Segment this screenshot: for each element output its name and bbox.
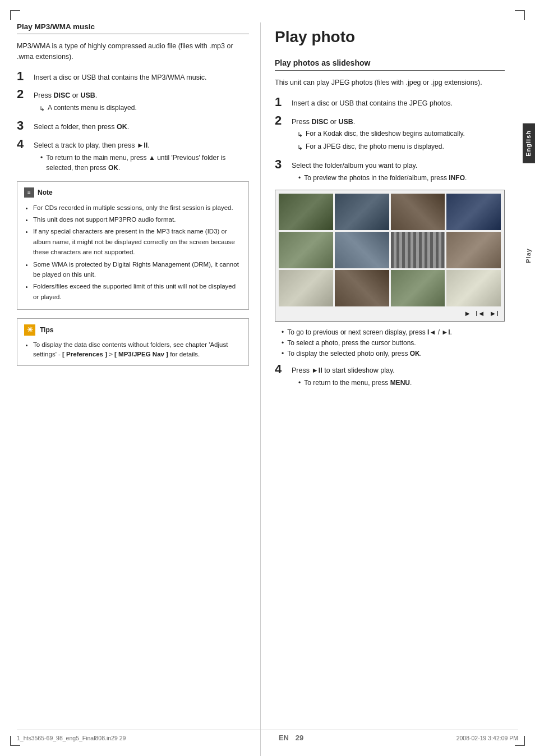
step-3-num: 3 — [17, 120, 29, 132]
right-section-subtitle: Play photos as slideshow — [275, 58, 505, 71]
step-1-content: Insert a disc or USB that contains the M… — [34, 70, 206, 83]
note-item-1: For CDs recorded in multiple sessions, o… — [33, 203, 242, 213]
right-step-3-content: Select the folder/album you want to play… — [292, 158, 467, 183]
footer-page-info: EN 29 — [279, 734, 303, 742]
right-step-4-content: Press ►II to start slideshow play. • To … — [292, 363, 412, 388]
right-step-3-bullet: To preview the photos in the folder/albu… — [304, 173, 467, 183]
bullet-dot-s4: • — [298, 378, 301, 388]
tips-star-icon: ✳ — [24, 324, 35, 336]
right-step-4: 4 Press ►II to start slideshow play. • T… — [275, 363, 505, 388]
note-list: For CDs recorded in multiple sessions, o… — [24, 203, 242, 303]
right-step-3-num: 3 — [275, 158, 287, 171]
right-step-1: 1 Insert a disc or USB that contains the… — [275, 96, 505, 109]
note-icon: ≡ — [24, 187, 34, 198]
photo-cell-5 — [279, 232, 333, 268]
prev-ctrl: I◄ — [476, 309, 485, 318]
photo-controls: ► I◄ ►I — [279, 309, 501, 318]
step-3-content: Select a folder, then press OK. — [34, 120, 129, 132]
page: English Play Play MP3/WMA music MP3/WMA … — [0, 0, 535, 756]
after-grid-item-2: To select a photo, press the cursor butt… — [287, 339, 416, 347]
after-grid-items: • To go to previous or next screen displ… — [275, 328, 505, 358]
step-4: 4 Select a track to play, then press ►II… — [17, 138, 249, 173]
footer-file-info: 1_hts3565-69_98_eng5_Final808.in29 29 — [17, 735, 126, 741]
page-footer: 1_hts3565-69_98_eng5_Final808.in29 29 EN… — [17, 730, 518, 742]
footer-date-info: 2008-02-19 3:42:09 PM — [456, 735, 518, 741]
right-intro: This unit can play JPEG photos (files wi… — [275, 77, 505, 88]
corner-mark-tl — [10, 10, 20, 20]
photo-cell-bar — [391, 232, 445, 268]
corner-mark-tr — [515, 10, 525, 20]
right-step-3: 3 Select the folder/album you want to pl… — [275, 158, 505, 183]
right-step-4-bullet: To return to the menu, press MENU. — [304, 378, 412, 388]
step-2-sub: A contents menu is displayed. — [48, 103, 137, 114]
play-ctrl: ► — [464, 309, 471, 318]
note-item-3: If any special characters are present in… — [33, 226, 242, 257]
photo-cell-3 — [391, 194, 445, 230]
step-4-content: Select a track to play, then press ►II. … — [34, 138, 249, 173]
tips-box: ✳ Tips To display the data disc contents… — [17, 318, 249, 366]
step-3: 3 Select a folder, then press OK. — [17, 120, 249, 132]
arrow-bullet-2b: ↳ — [297, 143, 303, 153]
photo-cell-9 — [279, 270, 333, 306]
tips-label: Tips — [40, 325, 53, 336]
arrow-bullet: ↳ — [39, 104, 45, 114]
photo-grid — [279, 194, 501, 306]
photo-grid-container: ► I◄ ►I — [275, 190, 505, 322]
tips-header: ✳ Tips — [24, 324, 242, 336]
right-step-2-num: 2 — [275, 114, 287, 127]
right-step-2-sub1: For a Kodak disc, the slideshow begins a… — [306, 129, 465, 140]
right-column: Play photo Play photos as slideshow This… — [261, 22, 505, 756]
photo-cell-2 — [335, 194, 389, 230]
note-item-5: Folders/files exceed the supported limit… — [33, 281, 242, 302]
bullet-dot-r3: • — [298, 173, 301, 183]
step-1-num: 1 — [17, 70, 29, 83]
after-grid-item-1: To go to previous or next screen display… — [287, 328, 452, 336]
step-2-content: Press DISC or USB. ↳ A contents menu is … — [34, 88, 137, 114]
left-column: Play MP3/WMA music MP3/WMA is a type of … — [17, 22, 261, 756]
note-item-4: Some WMA is protected by Digital Rights … — [33, 259, 242, 280]
footer-page-num: 29 — [296, 734, 303, 742]
note-box: ≡ Note For CDs recorded in multiple sess… — [17, 181, 249, 310]
note-item-2: This unit does not support MP3PRO audio … — [33, 214, 242, 224]
photo-cell-12 — [446, 270, 501, 306]
bullet-dot-ag2: • — [282, 339, 284, 347]
step-2-num: 2 — [17, 88, 29, 100]
bullet-dot-ag1: • — [282, 328, 284, 336]
photo-cell-4 — [446, 194, 501, 230]
footer-en-label: EN — [279, 734, 289, 742]
photo-cell-8 — [446, 232, 501, 268]
next-ctrl: ►I — [490, 309, 499, 318]
note-header: ≡ Note — [24, 187, 242, 198]
english-tab: English — [523, 123, 535, 163]
step-2: 2 Press DISC or USB. ↳ A contents menu i… — [17, 88, 249, 114]
photo-cell-6 — [335, 232, 389, 268]
step-1: 1 Insert a disc or USB that contains the… — [17, 70, 249, 83]
photo-cell-11 — [391, 270, 445, 306]
bullet-dot-ag3: • — [282, 350, 284, 358]
right-step-1-num: 1 — [275, 96, 287, 108]
tips-list: To display the data disc contents withou… — [24, 340, 242, 360]
photo-cell-10 — [335, 270, 389, 306]
arrow-bullet-2a: ↳ — [297, 130, 303, 140]
right-step-1-content: Insert a disc or USB that contains the J… — [292, 96, 453, 109]
step-4-bullet: To return to the main menu, press ▲ unti… — [46, 153, 249, 173]
right-section-title-large: Play photo — [275, 28, 505, 46]
right-step-4-num: 4 — [275, 363, 287, 375]
photo-cell-1 — [279, 194, 333, 230]
play-tab: Play — [523, 241, 535, 270]
bullet-dot: • — [40, 153, 43, 173]
right-step-2: 2 Press DISC or USB. ↳ For a Kodak disc,… — [275, 114, 505, 153]
left-section-title: Play MP3/WMA music — [17, 22, 249, 34]
note-label: Note — [38, 187, 53, 198]
right-step-2-content: Press DISC or USB. ↳ For a Kodak disc, t… — [292, 114, 465, 153]
left-intro: MP3/WMA is a type of highly compressed a… — [17, 41, 249, 62]
tips-item-1: To display the data disc contents withou… — [33, 340, 242, 360]
step-4-num: 4 — [17, 138, 29, 150]
right-step-2-sub2: For a JPEG disc, the photo menu is displ… — [306, 141, 444, 153]
after-grid-item-3: To display the selected photo only, pres… — [287, 350, 422, 358]
